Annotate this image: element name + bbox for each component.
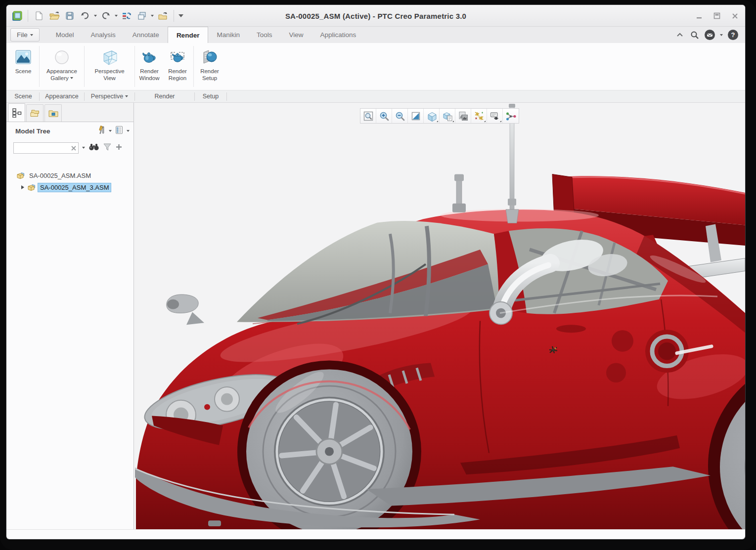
model-tree-body: Model Tree <box>6 122 133 529</box>
find-binoculars-icon[interactable] <box>89 142 99 153</box>
community-icon[interactable] <box>705 30 715 40</box>
perspective-view-button[interactable]: Perspective View <box>86 43 133 90</box>
model-tree-panel: Model Tree <box>6 103 134 529</box>
restore-button[interactable] <box>712 10 722 21</box>
tab-file-label: File <box>17 31 28 39</box>
display-style-icon[interactable] <box>424 109 440 123</box>
ribbon-utility-icons: ? <box>675 27 738 43</box>
search-icon[interactable] <box>690 30 700 40</box>
tab-annotate[interactable]: Annotate <box>124 27 168 43</box>
display-style-caret <box>435 121 438 122</box>
spin-center-icon[interactable] <box>503 109 519 123</box>
render-region-button[interactable]: Render Region <box>163 43 192 90</box>
annotation-display-caret <box>498 121 501 122</box>
group-appearance[interactable]: Appearance <box>41 93 83 100</box>
scene-icon <box>14 47 32 68</box>
clear-icon[interactable] <box>71 144 77 153</box>
perspective-view-icon <box>100 47 120 68</box>
perspective-view-label: Perspective <box>94 68 124 75</box>
render-ribbon: Scene Appearance Gallery Perspective Vie… <box>6 43 745 90</box>
status-strip <box>6 529 745 534</box>
window-title: SA-00025_ASM (Active) - PTC Creo Paramet… <box>6 5 745 27</box>
repaint-icon[interactable] <box>408 109 424 123</box>
perspective-group-caret <box>125 95 128 97</box>
model-tree-list: SA-00025_ASM.ASM SA-00025_ASM_3.ASM <box>6 156 133 193</box>
minimize-button[interactable] <box>694 10 705 21</box>
window-controls <box>694 5 740 27</box>
tools-dropdown-caret[interactable] <box>109 130 112 132</box>
refit-icon[interactable] <box>360 109 376 123</box>
favorites-tab[interactable] <box>44 104 62 122</box>
zoom-out-icon[interactable] <box>392 109 408 123</box>
titlebar: SA-00025_ASM (Active) - PTC Creo Paramet… <box>6 5 745 27</box>
view-manager-icon[interactable] <box>455 109 471 123</box>
graphics-area[interactable] <box>134 103 745 529</box>
tab-model[interactable]: Model <box>47 27 83 43</box>
community-dropdown-caret[interactable] <box>720 34 723 36</box>
car-model-render[interactable] <box>134 103 745 529</box>
model-tree-search-input[interactable] <box>13 142 79 154</box>
render-setup-icon <box>201 47 219 68</box>
tree-item[interactable]: SA-00025_ASM.ASM <box>6 169 133 181</box>
assembly-icon <box>16 172 25 179</box>
help-icon[interactable]: ? <box>728 30 738 40</box>
saved-orientations-caret <box>451 121 454 122</box>
ribbon-group-labels: Scene Appearance Perspective Render Setu… <box>6 90 745 103</box>
group-render[interactable]: Render <box>136 93 193 100</box>
group-scene[interactable]: Scene <box>8 93 38 100</box>
expand-arrow-icon[interactable] <box>21 185 24 189</box>
screen-frame: SA-00025_ASM (Active) - PTC Creo Paramet… <box>0 0 756 550</box>
render-window-button[interactable]: Render Window <box>136 43 163 90</box>
settings-tools-icon[interactable] <box>96 125 106 137</box>
tab-file[interactable]: File <box>10 28 40 42</box>
render-region-icon <box>168 47 187 68</box>
appearance-dropdown-caret <box>70 77 73 79</box>
appearance-gallery-button[interactable]: Appearance Gallery <box>41 43 83 90</box>
expand-plus-icon[interactable] <box>115 143 123 153</box>
tree-item[interactable]: SA-00025_ASM_3.ASM <box>6 181 133 193</box>
model-tree-title: Model Tree <box>15 127 96 135</box>
tree-columns-icon[interactable] <box>115 125 124 137</box>
search-dropdown-caret[interactable] <box>82 147 85 149</box>
group-setup[interactable]: Setup <box>196 93 225 100</box>
render-setup-button[interactable]: Render Setup <box>195 43 224 90</box>
tab-analysis[interactable]: Analysis <box>83 27 124 43</box>
zoom-in-icon[interactable] <box>376 109 392 123</box>
tab-manikin[interactable]: Manikin <box>208 27 248 43</box>
saved-orientations-icon[interactable] <box>440 109 455 123</box>
annotation-display-icon[interactable] <box>487 109 503 123</box>
model-tree-search-row <box>6 140 133 156</box>
navigator-tabs <box>6 103 133 122</box>
assembly-icon <box>27 184 36 191</box>
appearance-gallery-label: Appearance <box>46 68 77 75</box>
tab-render[interactable]: Render <box>168 27 209 43</box>
tab-tools[interactable]: Tools <box>248 27 281 43</box>
appearance-gallery-icon <box>53 47 71 68</box>
datum-display-caret <box>483 121 486 122</box>
file-dropdown-caret <box>30 34 33 36</box>
columns-dropdown-caret[interactable] <box>127 130 130 132</box>
menu-tab-bar: File Model Analysis Annotate Render Mani… <box>6 27 745 43</box>
folder-browser-tab[interactable] <box>26 104 44 122</box>
render-setup-label: Render <box>200 68 219 75</box>
render-window-label: Render <box>140 68 159 75</box>
render-window-icon <box>140 47 158 68</box>
help-glyph: ? <box>731 31 735 39</box>
app-window: SA-00025_ASM (Active) - PTC Creo Paramet… <box>6 5 745 539</box>
group-perspective[interactable]: Perspective <box>86 93 133 100</box>
scene-button[interactable]: Scene <box>8 43 38 90</box>
model-tree-tab[interactable] <box>8 103 25 122</box>
scene-label: Scene <box>15 68 32 75</box>
side-mirror <box>167 295 204 325</box>
model-tree-header: Model Tree <box>6 122 133 140</box>
tab-applications[interactable]: Applications <box>311 27 364 43</box>
filter-icon[interactable] <box>103 143 112 153</box>
collapse-ribbon-icon[interactable] <box>675 30 685 40</box>
windshield <box>237 221 499 324</box>
tab-view[interactable]: View <box>280 27 311 43</box>
in-graphics-toolbar <box>360 108 519 124</box>
close-button[interactable] <box>729 10 740 21</box>
datum-display-icon[interactable] <box>471 109 487 123</box>
render-region-label: Render <box>168 68 187 75</box>
